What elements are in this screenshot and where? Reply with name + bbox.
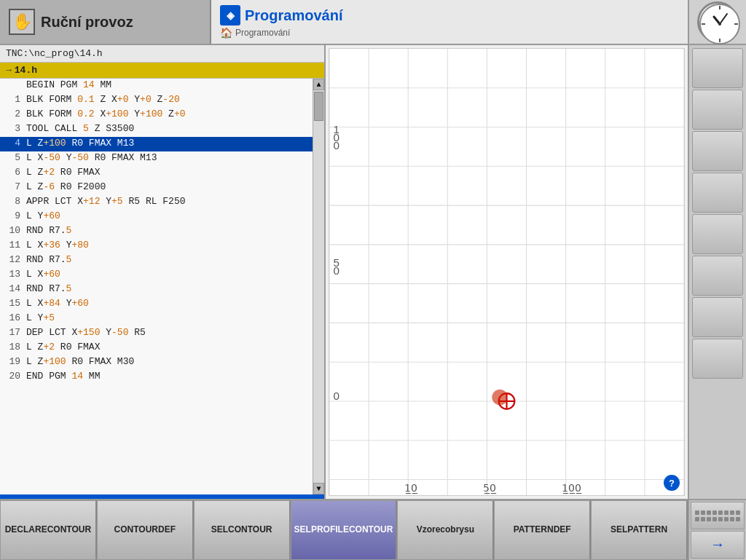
line-number: 11 <box>3 240 20 251</box>
code-line[interactable]: 15L X+84 Y+60 <box>0 297 313 312</box>
line-content: APPR LCT X+12 Y+5 R5 RL F250 <box>26 196 186 207</box>
contour-def-btn[interactable]: CONTOUR DEF <box>97 500 194 560</box>
code-line[interactable]: 12RND R7.5 <box>0 253 313 268</box>
line-number: 15 <box>3 298 20 309</box>
prog-title: ◈ Programování <box>220 5 679 25</box>
bottom-toolbar: DECLARE CONTOUR CONTOUR DEF SEL CONTOUR … <box>0 499 746 560</box>
right-arrow-icon: → <box>713 537 722 553</box>
code-line[interactable]: 18L Z+2 R0 FMAX <box>0 341 313 355</box>
line-content: RND R7.5 <box>26 254 71 265</box>
code-line[interactable]: 1BLK FORM 0.1 Z X+0 Y+0 Z-20 <box>0 93 313 108</box>
line-number: 1 <box>3 94 20 105</box>
line-number: 7 <box>3 181 20 192</box>
line-content: RND R7.5 <box>26 283 71 294</box>
line-number: 3 <box>3 123 20 134</box>
active-filename: 14.h <box>15 65 37 76</box>
home-icon: 🏠 <box>220 27 232 39</box>
code-line[interactable]: 11L X+36 Y+80 <box>0 239 313 253</box>
code-line[interactable]: 14RND R7.5 <box>0 283 313 297</box>
code-line[interactable]: 17DEP LCT X+150 Y-50 R5 <box>0 326 313 341</box>
code-line[interactable]: 4L Z+100 R0 FMAX M13 <box>0 137 313 151</box>
sidebar-btn-8[interactable] <box>692 339 743 379</box>
code-line[interactable]: 5L X-50 Y-50 R0 FMAX M13 <box>0 151 313 166</box>
sidebar-btn-6[interactable] <box>692 256 743 296</box>
right-sidebar <box>688 45 746 499</box>
declare-contour-btn[interactable]: DECLARE CONTOUR <box>0 500 97 560</box>
sidebar-btn-2[interactable] <box>692 90 743 130</box>
svg-text:0: 0 <box>333 264 339 277</box>
dots-row-1 <box>695 510 740 515</box>
active-file: → 14.h <box>0 63 324 79</box>
sel-pattern-btn[interactable]: SEL PATTERN <box>591 500 688 560</box>
toolbar-arrow-btn[interactable]: → <box>691 531 745 559</box>
line-content: BEGIN PGM 14 MM <box>26 79 111 90</box>
line-content: L Z+100 R0 FMAX M13 <box>26 138 134 149</box>
code-line[interactable]: 9L Y+60 <box>0 210 313 224</box>
line-number: 4 <box>3 138 20 149</box>
toolbar-right-area: → <box>688 500 746 560</box>
code-line[interactable]: 8APPR LCT X+12 Y+5 R5 RL F250 <box>0 195 313 210</box>
dots-row-2 <box>695 517 740 521</box>
scroll-indicator <box>0 494 324 499</box>
line-content: END PGM 14 MM <box>26 371 100 382</box>
breadcrumb-label: Programování <box>235 28 290 38</box>
line-content: L Z+100 R0 FMAX M30 <box>26 356 134 367</box>
line-number: 12 <box>3 254 20 265</box>
code-line[interactable]: 13L X+60 <box>0 268 313 283</box>
graph-svg: 1 0 0 5 0 0 1̲0̲ 5̲0̲ 1̲0̲0̲ <box>329 49 684 495</box>
line-content: L X+84 Y+60 <box>26 298 89 309</box>
svg-text:0: 0 <box>333 390 339 402</box>
code-line[interactable]: 3TOOL CALL 5 Z S3500 <box>0 122 313 137</box>
line-number: 6 <box>3 167 20 178</box>
help-icon[interactable]: ? <box>664 475 680 491</box>
vzorec-obrysu-btn[interactable]: Vzorec obrysu <box>397 500 494 560</box>
line-content: L X+60 <box>26 269 60 280</box>
prog-section: ◈ Programování 🏠 Programování <box>211 0 688 44</box>
mode-section: ✋ Ruční provoz <box>0 0 211 44</box>
sidebar-btn-4[interactable] <box>692 173 743 213</box>
code-line[interactable]: 6L Z+2 R0 FMAX <box>0 166 313 181</box>
line-number: 10 <box>3 225 20 236</box>
line-number: 9 <box>3 210 20 221</box>
code-line[interactable]: 7L Z-6 R0 F2000 <box>0 181 313 195</box>
main-area: TNC:\nc_prog\14.h → 14.h BEGIN PGM 14 MM… <box>0 45 746 499</box>
code-area[interactable]: BEGIN PGM 14 MM1BLK FORM 0.1 Z X+0 Y+0 Z… <box>0 79 313 494</box>
svg-text:1̲0̲: 1̲0̲ <box>404 482 418 494</box>
line-number: 8 <box>3 196 20 207</box>
code-line[interactable]: 16L Y+5 <box>0 312 313 326</box>
clock <box>697 1 738 42</box>
line-number: 18 <box>3 342 20 352</box>
toolbar-dots-btn[interactable] <box>691 502 745 529</box>
line-content: L Z+2 R0 FMAX <box>26 167 100 178</box>
sel-contour-btn[interactable]: SEL CONTOUR <box>194 500 291 560</box>
line-number: 16 <box>3 312 20 323</box>
left-panel: TNC:\nc_prog\14.h → 14.h BEGIN PGM 14 MM… <box>0 45 326 499</box>
svg-text:0: 0 <box>333 139 339 151</box>
code-line[interactable]: 2BLK FORM 0.2 X+100 Y+100 Z+0 <box>0 108 313 122</box>
clock-area <box>688 0 746 44</box>
line-number: 14 <box>3 283 20 294</box>
scroll-thumb[interactable] <box>314 92 323 121</box>
scroll-up-btn[interactable]: ▲ <box>313 79 324 90</box>
clock-face-svg <box>699 4 740 44</box>
clock-inner <box>699 4 736 40</box>
sidebar-btn-5[interactable] <box>692 214 743 254</box>
sel-profile-contour-btn[interactable]: SEL PROFILE CONTOUR <box>291 500 398 560</box>
code-line[interactable]: BEGIN PGM 14 MM <box>0 79 313 93</box>
line-content: TOOL CALL 5 Z S3500 <box>26 123 134 134</box>
pattern-def-btn[interactable]: PATTERN DEF <box>494 500 591 560</box>
code-line[interactable]: 19L Z+100 R0 FMAX M30 <box>0 355 313 370</box>
line-content: L Z+2 R0 FMAX <box>26 342 100 352</box>
code-line[interactable]: 10RND R7.5 <box>0 224 313 239</box>
line-number: 13 <box>3 269 20 280</box>
code-scrollbar[interactable]: ▲ ▼ <box>313 79 324 494</box>
sidebar-btn-7[interactable] <box>692 297 743 337</box>
line-number: 19 <box>3 356 20 367</box>
right-panel: 1 0 0 5 0 0 1̲0̲ 5̲0̲ 1̲0̲0̲ ? <box>326 45 688 499</box>
scroll-down-btn[interactable]: ▼ <box>313 483 324 494</box>
sidebar-btn-3[interactable] <box>692 131 743 171</box>
line-number: 20 <box>3 371 20 382</box>
code-line[interactable]: 20END PGM 14 MM <box>0 370 313 384</box>
sidebar-btn-1[interactable] <box>692 48 743 88</box>
line-content: DEP LCT X+150 Y-50 R5 <box>26 327 146 338</box>
